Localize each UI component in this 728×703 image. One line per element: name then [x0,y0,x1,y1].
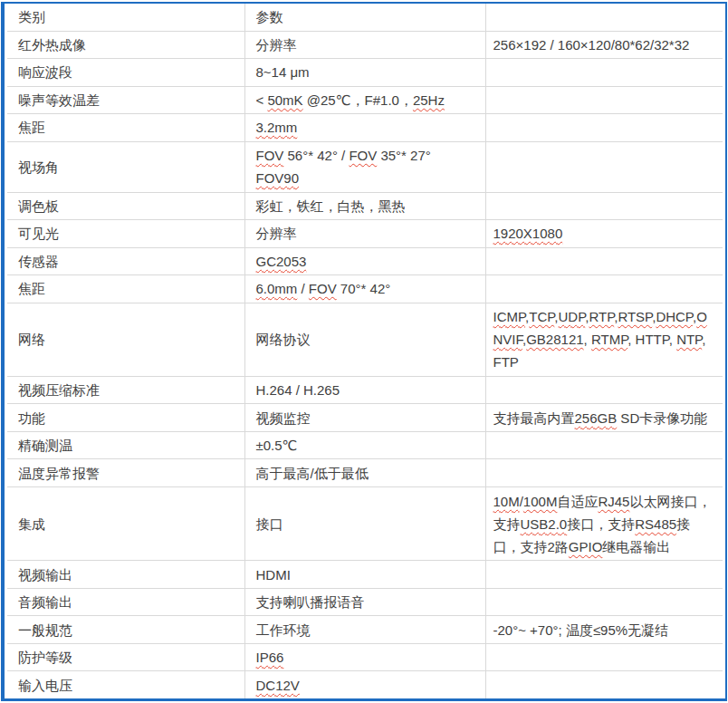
table-row: 传感器GC2053 [7,247,723,275]
misspelled-text: RTSP [618,309,652,324]
cell-text: / [297,281,309,296]
value-cell [485,643,723,671]
cell-text: 接口 [256,516,283,532]
misspelled-text: FOV [256,148,284,163]
cell-text: 视频压缩标准 [18,382,100,398]
misspelled-text: IP66 [256,650,284,665]
misspelled-text: RTP [589,309,614,324]
cell-text: 集成 [18,516,45,532]
parameter-cell: 支持喇叭播报语音 [244,588,485,616]
table-row: 集成接口10M/100M自适应RJ45以太网接口，支持USB2.0接口，支持RS… [7,487,723,561]
cell-text: 一般规范 [18,622,72,638]
parameter-cell: 8~14 μm [244,59,485,87]
table-row: 调色板彩虹，铁红，白热，黑热 [7,192,723,220]
value-cell: 1920X1080 [485,220,723,248]
cell-text: 输入电压 [18,678,72,693]
value-cell: 支持最高内置256GB SD卡录像功能 [485,404,723,432]
spec-table-container: 类别参数红外热成像分辨率256×192 / 160×120/80*62/32*3… [1,2,727,701]
parameter-cell: 6.0mm / FOV 70°* 42° [244,275,485,303]
table-row: 焦距6.0mm / FOV 70°* 42° [7,275,723,303]
cell-text: 焦距 [18,281,45,296]
spec-table-body: 类别参数红外热成像分辨率256×192 / 160×120/80*62/32*3… [7,4,723,698]
value-cell: ICMP,TCP,UDP,RTP,RTSP,DHCP,ONVIF,GB28121… [485,303,723,376]
cell-text: 8~14 μm [256,64,310,80]
cell-text: 参数 [256,9,283,24]
category-cell: 传感器 [7,247,244,275]
cell-text: 噪声等效温差 [18,92,100,108]
value-cell: 256×192 / 160×120/80*62/32*32 [485,31,723,59]
cell-text: 彩虹，铁红，白热，黑热 [256,198,406,214]
cell-text: 网络 [18,332,45,347]
table-row: 焦距3.2mm [7,114,723,142]
parameter-cell: ±0.5℃ [244,431,485,459]
parameter-cell: 网络协议 [244,303,485,376]
cell-text: 70°* 42° [337,281,391,296]
value-cell [485,431,723,459]
cell-text: 高于最高/低于最低 [256,466,369,481]
category-cell: 焦距 [7,114,244,142]
cell-text: 分辨率 [256,37,297,53]
value-cell [485,459,723,487]
cell-text: , HTTP, [627,332,676,347]
misspelled-text: GPIO [569,539,603,554]
cell-text: , [584,332,591,347]
misspelled-text: GB28121 [526,332,583,347]
cell-text: -20°~ +70°; 温度≤95%无凝结 [493,622,669,638]
cell-text: H.264 / H.265 [256,382,340,398]
category-cell: 防护等级 [7,643,244,671]
misspelled-text: NTP [676,332,702,347]
parameter-cell: 分辨率 [244,31,485,59]
value-cell [485,588,723,616]
value-cell [485,247,723,275]
misspelled-text: DHCP [656,309,693,324]
cell-text: < [256,92,268,108]
parameter-cell: IP66 [244,643,485,671]
table-row: 可见光分辨率1920X1080 [7,220,723,248]
misspelled-text: FOV [349,148,377,163]
parameter-cell: 接口 [244,487,485,561]
category-cell: 调色板 [7,192,244,220]
table-row: 噪声等效温差< 50mK @25℃，F#1.0，25Hz [7,86,723,114]
parameter-cell: FOV 56°* 42° / FOV 35°* 27° FOV90 [244,141,485,192]
cell-text: 分辨率 [256,226,297,241]
cell-text: 温度异常报警 [18,466,100,481]
table-row: 响应波段8~14 μm [7,59,723,87]
cell-text: 继电器输出 [602,539,670,554]
table-row: 温度异常报警高于最高/低于最低 [7,459,723,487]
category-cell: 精确测温 [7,431,244,459]
parameter-cell: 工作环境 [244,616,485,644]
category-cell: 输入电压 [7,671,244,698]
category-cell: 焦距 [7,275,244,303]
misspelled-text: 3.2mm [256,120,298,135]
table-row: 红外热成像分辨率256×192 / 160×120/80*62/32*32 [7,31,723,59]
cell-text: 功能 [18,410,45,426]
category-cell: 功能 [7,404,244,432]
category-cell: 视频压缩标准 [7,376,244,404]
cell-text: 视场角 [18,159,59,175]
misspelled-text: 10M [493,494,520,509]
misspelled-text: 25Hz [413,92,445,108]
value-cell [485,192,723,220]
parameter-cell: 分辨率 [244,220,485,248]
cell-text: 自适应 [557,494,598,509]
table-row: 视频压缩标准H.264 / H.265 [7,376,723,404]
category-cell: 红外热成像 [7,31,244,59]
category-cell: 集成 [7,487,244,561]
table-row: 一般规范工作环境-20°~ +70°; 温度≤95%无凝结 [7,616,723,644]
category-cell: 视频输出 [7,561,244,589]
misspelled-text: 6.0mm [256,281,298,296]
table-row: 音频输出支持喇叭播报语音 [7,588,723,616]
parameter-cell: < 50mK @25℃，F#1.0，25Hz [244,86,485,114]
cell-text: HDMI [256,567,291,583]
misspelled-text: UDP [559,309,586,324]
category-cell: 温度异常报警 [7,459,244,487]
misspelled-text: USB2.0 [521,516,568,532]
value-cell [485,671,723,698]
parameter-cell: 高于最高/低于最低 [244,459,485,487]
misspelled-text: RS485 [635,516,676,532]
cell-text: 网络协议 [256,332,311,347]
misspelled-text: FOV [309,281,337,296]
table-row: 防护等级IP66 [7,643,723,671]
category-cell: 音频输出 [7,588,244,616]
cell-text: 调色板 [18,198,59,214]
